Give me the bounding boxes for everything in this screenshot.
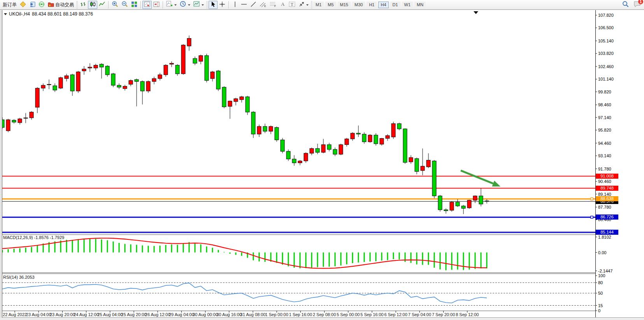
candlestick-chart-button[interactable]: [88, 1, 97, 9]
toolbar-grip: [76, 1, 78, 9]
text-label-icon: T: [289, 1, 295, 9]
new-order-button[interactable]: 新订单: [1, 1, 18, 9]
zoom-in-button[interactable]: [110, 1, 120, 9]
vertical-line-button[interactable]: [230, 1, 239, 9]
timeframe-H1-button[interactable]: H1: [367, 2, 377, 8]
search-icon: [622, 1, 629, 9]
timeframe-MN-button[interactable]: MN: [414, 2, 426, 8]
tile-windows-button[interactable]: [130, 1, 139, 9]
chart-legend[interactable]: UKOil-,H4 88.434 88.601 88.149 88.376: [4, 11, 93, 17]
price-line-badge-85.144[interactable]: 85.144: [596, 230, 618, 235]
candlestick-chart-icon: [89, 1, 96, 9]
chart-shift-button[interactable]: [152, 1, 161, 9]
horizontal-line-icon: [241, 2, 247, 8]
zoom-out-button[interactable]: [120, 1, 130, 9]
fibonacci-icon: F: [270, 1, 277, 9]
rsi-axis-tick: 15: [598, 303, 603, 308]
toolbar-grip: [206, 1, 208, 9]
auto-trading-label: 自动交易: [55, 2, 74, 8]
time-axis-label: 6 Sep 12:00: [384, 312, 407, 317]
price-axis-tick: 101.140: [598, 77, 614, 81]
time-axis-label: 23 Aug 04:00: [26, 312, 51, 317]
periods-button[interactable]: [178, 1, 192, 9]
price-line-badge-91.008[interactable]: 91.008: [596, 174, 618, 179]
price-line-badge-89.748[interactable]: 89.748: [596, 186, 618, 191]
time-axis-label: 7 Sep 20:00: [432, 312, 455, 317]
indicators-button[interactable]: [165, 1, 178, 9]
time-axis-label: 25 Aug 20:00: [121, 312, 147, 317]
timeframe-M30-button[interactable]: M30: [352, 2, 365, 8]
price-axis-tick: 90.460: [598, 179, 611, 184]
chart-window: UKOil-,H4 88.434 88.601 88.149 88.376 MA…: [0, 10, 644, 320]
time-axis-label: 30 Aug 16:00: [216, 312, 242, 317]
auto-scroll-button[interactable]: [142, 1, 152, 9]
time-axis-label: 23 Aug 20:00: [50, 312, 75, 317]
time-axis-label: 7 Sep 04:00: [408, 312, 431, 317]
rsi-axis-tick: 50: [598, 291, 603, 295]
chart-legend-expander-icon: [4, 13, 7, 17]
time-axis-label: 29 Aug 04:00: [169, 312, 194, 317]
timeframe-group: M1M5M15M30H1H4D1W1MN: [313, 2, 426, 8]
equidistant-channel-button[interactable]: E: [258, 1, 268, 9]
rsi-axis-tick: 80: [598, 280, 603, 285]
price-axis-tick: 107.820: [598, 13, 614, 18]
chat-button[interactable]: 1: [633, 1, 641, 9]
history-center-icon: [20, 1, 26, 9]
auto-trading-button[interactable]: 自动交易: [46, 1, 75, 9]
cursor-button[interactable]: [209, 1, 218, 9]
history-center-button[interactable]: [18, 1, 28, 9]
price-line-badge-86.726[interactable]: 86.726: [596, 215, 618, 220]
price-line-badge-88.638[interactable]: 88.638: [596, 196, 618, 201]
price-axis-tick: 93.140: [598, 153, 611, 158]
time-axis-label: 25 Aug 04:00: [97, 312, 123, 317]
toolbar: 新订单 自动交易 E F A T M1M5M15M30H1H4D1W1MN 1: [0, 0, 644, 10]
price-axis-tick: 87.780: [598, 205, 611, 209]
price-axis-tick: 94.460: [598, 141, 611, 146]
candlestick-series: [0, 35, 489, 214]
trend-arrow[interactable]: [461, 171, 493, 184]
line-chart-button[interactable]: [97, 1, 107, 9]
fibonacci-button[interactable]: F: [268, 1, 278, 9]
text-icon: A: [280, 1, 286, 8]
trendline-icon: [250, 1, 256, 9]
price-axis-tick: 95.820: [598, 128, 611, 132]
chart-canvas[interactable]: [0, 10, 644, 320]
timeframe-M1-button[interactable]: M1: [313, 2, 324, 8]
crosshair-button[interactable]: [218, 1, 227, 9]
price-axis-tick: 102.460: [598, 64, 614, 69]
svg-text:A: A: [281, 1, 285, 7]
timeframe-H4-button[interactable]: H4: [378, 2, 388, 8]
bar-chart-icon: [80, 1, 86, 9]
timeframe-D1-button[interactable]: D1: [390, 2, 400, 8]
notification-badge: 1: [638, 0, 643, 4]
periods-icon: [180, 1, 186, 9]
timeframe-W1-button[interactable]: W1: [402, 2, 413, 8]
rsi-axis-tick: 100: [598, 273, 605, 278]
search-button[interactable]: [621, 1, 630, 9]
timeframe-M5-button[interactable]: M5: [325, 2, 336, 8]
zoom-in-icon: [112, 1, 118, 9]
auto-scroll-icon: [144, 1, 150, 9]
trendline-button[interactable]: [249, 1, 258, 9]
scroll-marker-icon[interactable]: [474, 11, 478, 14]
text-label-button[interactable]: T: [287, 1, 297, 9]
trend-arrow-head: [492, 181, 500, 186]
time-axis-label: 24 Aug 12:00: [74, 312, 99, 317]
svg-text:T: T: [291, 2, 293, 7]
bar-chart-button[interactable]: [79, 1, 88, 9]
time-axis-label: 30 Aug 00:00: [193, 312, 218, 317]
timeframe-M15-button[interactable]: M15: [338, 2, 351, 8]
macd-axis-tick: 1.8102: [598, 235, 611, 239]
indicators-icon: [166, 1, 173, 9]
horizontal-line-button[interactable]: [239, 1, 249, 9]
time-axis-label: 26 Aug 12:00: [145, 312, 170, 317]
chart-shift-icon: [153, 1, 160, 9]
market-watch-button[interactable]: [28, 1, 37, 9]
periods-dropdown-caret: [188, 4, 190, 7]
price-axis-tick: 91.780: [598, 167, 611, 171]
text-button[interactable]: A: [278, 1, 287, 9]
signals-button[interactable]: [37, 1, 46, 9]
chart-symbol-period: UKOil-,H4: [9, 11, 30, 17]
arrows-button[interactable]: [297, 1, 310, 9]
templates-button[interactable]: [192, 1, 205, 9]
